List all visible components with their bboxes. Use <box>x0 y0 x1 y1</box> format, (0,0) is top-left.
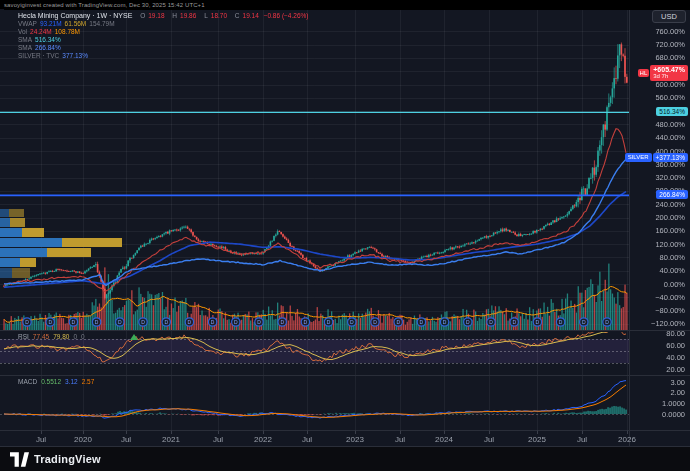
symbol-row[interactable]: Hecla Mining Company · 1W · NYSE O19.18 … <box>18 12 311 20</box>
rsi-tick: 20.00 <box>666 365 685 374</box>
indicator-row[interactable]: SMA516.34% <box>18 36 311 44</box>
price-tick: −80.00% <box>655 306 685 315</box>
pane-value: 79.80 <box>53 333 69 340</box>
indicator-value: 377.13% <box>62 52 88 59</box>
indicator-name: SMA <box>18 44 32 51</box>
time-tick: Jul <box>36 435 46 444</box>
time-tick: Jul <box>213 435 223 444</box>
watermark-text: savoyiginvest created with TradingView.c… <box>4 1 690 10</box>
pane-value: 2.57 <box>82 378 95 385</box>
symbol-title: Hecla Mining Company · 1W · NYSE <box>18 12 132 19</box>
indicator-value: 516.34% <box>35 36 61 43</box>
rsi-tick: 40.00 <box>666 353 685 362</box>
low-value: 18.70 <box>211 12 227 19</box>
indicator-value: 93.21M <box>40 20 62 27</box>
rsi-tick: 80.00 <box>666 329 685 338</box>
footer-bar: TradingView <box>0 447 690 471</box>
sma-slow-value: 266.84% <box>656 190 688 199</box>
time-tick: Jul <box>302 435 312 444</box>
silver-value: +377.13% <box>653 153 688 162</box>
price-tick: 760.00% <box>655 27 685 36</box>
price-tick: 80.00% <box>660 253 685 262</box>
macd-values: 0.55123.122.57 <box>41 378 98 385</box>
high-value: 19.86 <box>180 12 196 19</box>
indicator-value: 24.24M <box>30 28 52 35</box>
macd-tick: 3.00 <box>670 378 685 387</box>
price-tick: −40.00% <box>655 293 685 302</box>
indicator-name: SMA <box>18 36 32 43</box>
indicator-value: 154.79M <box>89 20 114 27</box>
indicator-name: Vol <box>18 28 27 35</box>
indicator-value: 108.78M <box>55 28 80 35</box>
silver-tag: SILVER <box>625 153 652 162</box>
price-tick: 320.00% <box>655 173 685 182</box>
pane-value: 0 <box>73 333 77 340</box>
price-tick: −120.00% <box>651 319 685 328</box>
pane-value: 3.12 <box>65 378 78 385</box>
change-value: −0.86 (−4.26%) <box>264 12 309 19</box>
time-tick: 2024 <box>435 435 453 444</box>
indicator-name: SILVER · TVC <box>18 52 59 59</box>
bar-countdown: 3d 7h <box>653 73 685 80</box>
price-tick: 240.00% <box>655 200 685 209</box>
last-price-badge: HL +605.47% 3d 7h <box>638 65 688 81</box>
pane-value: 0.5512 <box>41 378 61 385</box>
rsi-tick: 60.00 <box>666 341 685 350</box>
sma-fast-value: 516.34% <box>656 107 688 116</box>
indicator-row[interactable]: SMA266.84% <box>18 44 311 52</box>
pane-value: 77.45 <box>33 333 49 340</box>
macd-legend[interactable]: MACD0.55123.122.57 <box>18 378 102 385</box>
symbol-legend: Hecla Mining Company · 1W · NYSE O19.18 … <box>18 12 311 60</box>
rsi-values: 77.4579.8000 <box>33 333 89 340</box>
price-tick: 720.00% <box>655 40 685 49</box>
time-tick: 2023 <box>346 435 364 444</box>
indicator-value: 266.84% <box>35 44 61 51</box>
price-tick: 680.00% <box>655 53 685 62</box>
time-tick: 2022 <box>254 435 272 444</box>
macd-tick: 1.0000 <box>662 399 685 408</box>
tradingview-logo-text[interactable]: TradingView <box>34 453 101 465</box>
silver-badge: SILVER +377.13% <box>625 153 688 162</box>
open-label: O <box>140 12 145 19</box>
price-tick: 600.00% <box>655 80 685 89</box>
time-tick: Jul <box>484 435 494 444</box>
symbol-tag: HL <box>638 69 650 77</box>
indicator-row[interactable]: Vol24.24M108.78M <box>18 28 311 36</box>
chart-canvas[interactable] <box>0 0 690 471</box>
indicator-row[interactable]: SILVER · TVC377.13% <box>18 52 311 60</box>
indicator-value: 61.56M <box>65 20 87 27</box>
rsi-label: RSI <box>18 333 29 340</box>
close-value: 19.14 <box>243 12 259 19</box>
macd-label: MACD <box>18 378 37 385</box>
time-tick: 2020 <box>74 435 92 444</box>
time-tick: 2025 <box>528 435 546 444</box>
time-tick: 2026 <box>618 435 636 444</box>
currency-button[interactable]: USD <box>652 10 686 23</box>
tradingview-chart-window: savoyiginvest created with TradingView.c… <box>0 0 690 471</box>
time-tick: 2021 <box>162 435 180 444</box>
price-tick: 40.00% <box>660 266 685 275</box>
open-value: 19.18 <box>148 12 164 19</box>
high-label: H <box>172 12 177 19</box>
indicator-row[interactable]: VWAP93.21M61.56M154.79M <box>18 20 311 28</box>
macd-tick: 2.00 <box>670 388 685 397</box>
price-tick: 440.00% <box>655 133 685 142</box>
price-tick: 560.00% <box>655 93 685 102</box>
last-price-value: +605.47% <box>653 66 685 73</box>
price-tick: 480.00% <box>655 120 685 129</box>
price-tick: 160.00% <box>655 226 685 235</box>
price-tick: 120.00% <box>655 240 685 249</box>
time-tick: Jul <box>577 435 587 444</box>
price-tick: 200.00% <box>655 213 685 222</box>
indicator-legend: VWAP93.21M61.56M154.79MVol24.24M108.78MS… <box>18 20 311 60</box>
pane-value: 0 <box>81 333 85 340</box>
macd-tick: 0.0000 <box>662 410 685 419</box>
sma-slow-badge: 266.84% <box>656 190 688 199</box>
rsi-legend[interactable]: RSI77.4579.8000 <box>18 333 93 340</box>
tradingview-logo-icon[interactable] <box>10 452 29 467</box>
indicator-name: VWAP <box>18 20 37 27</box>
time-tick: Jul <box>121 435 131 444</box>
time-tick: Jul <box>395 435 405 444</box>
price-tick: 0.00% <box>664 280 685 289</box>
last-price-box: +605.47% 3d 7h <box>650 65 688 81</box>
